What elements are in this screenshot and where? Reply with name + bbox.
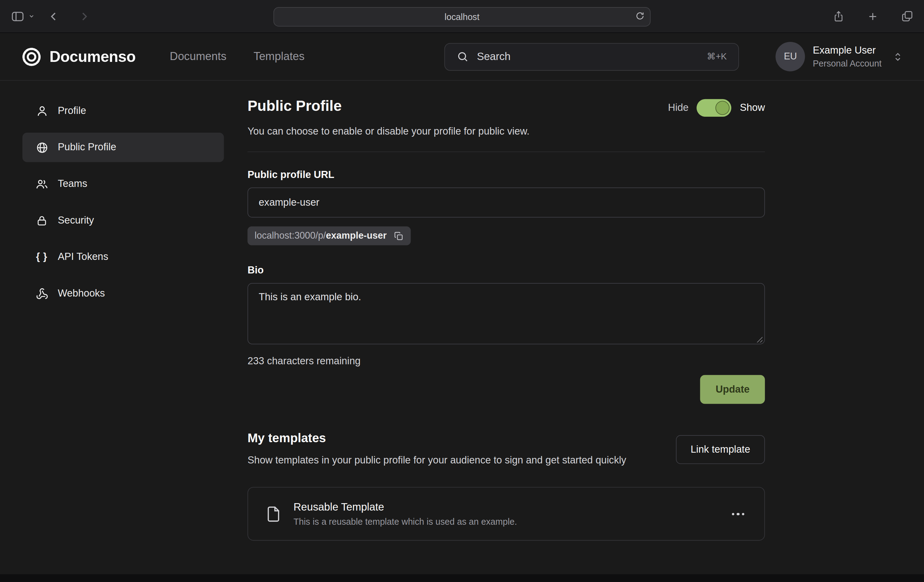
- sidebar-toggle-icon[interactable]: [10, 9, 25, 23]
- toggle-hide-label: Hide: [668, 102, 688, 114]
- brand-name: Documenso: [50, 48, 136, 66]
- user-account-type: Personal Account: [813, 58, 882, 69]
- app-header: Documenso Documents Templates Search ⌘+K…: [0, 33, 924, 81]
- back-icon[interactable]: [48, 10, 59, 22]
- template-description: This is a reusable template which is use…: [293, 517, 728, 527]
- main-nav: Documents Templates: [170, 50, 305, 63]
- avatar: EU: [776, 42, 805, 71]
- browser-toolbar: localhost: [0, 0, 924, 33]
- share-icon[interactable]: [833, 10, 844, 23]
- nav-templates[interactable]: Templates: [254, 50, 305, 63]
- sidebar-item-label: Security: [58, 215, 94, 227]
- person-icon: [35, 105, 48, 117]
- webhook-icon: [35, 287, 48, 299]
- sidebar-item-teams[interactable]: Teams: [23, 169, 224, 198]
- sidebar-item-security[interactable]: Security: [23, 206, 224, 235]
- tab-overview-icon[interactable]: [901, 10, 913, 23]
- sidebar-item-public-profile[interactable]: Public Profile: [23, 133, 224, 162]
- toggle-knob: [716, 101, 730, 115]
- toggle-show-label: Show: [740, 102, 765, 114]
- section-description: You can choose to enable or disable your…: [248, 126, 765, 137]
- sidebar-item-label: Profile: [58, 105, 86, 117]
- my-templates-header: My templates Show templates in your publ…: [248, 431, 765, 468]
- settings-sidebar: Profile Public Profile Teams Security: [23, 96, 224, 315]
- my-templates-title: My templates: [248, 431, 626, 445]
- my-templates-description: Show templates in your public profile fo…: [248, 453, 626, 468]
- update-button[interactable]: Update: [700, 375, 765, 404]
- address-bar[interactable]: localhost: [273, 7, 650, 26]
- sidebar-item-label: Webhooks: [58, 288, 105, 299]
- nav-documents[interactable]: Documents: [170, 50, 226, 63]
- bio-field-label: Bio: [248, 265, 765, 276]
- teams-icon: [35, 178, 48, 190]
- app-body: Profile Public Profile Teams Security: [0, 81, 924, 541]
- user-name: Example User: [813, 45, 882, 57]
- characters-remaining: 233 characters remaining: [248, 355, 765, 367]
- lock-icon: [35, 214, 48, 227]
- search-icon: [457, 51, 469, 63]
- sidebar-item-label: Public Profile: [58, 142, 116, 153]
- divider: [248, 152, 765, 152]
- documenso-logo-icon: [21, 46, 42, 67]
- address-bar-url: localhost: [444, 12, 479, 22]
- visibility-toggle-row: Hide Show: [668, 99, 765, 117]
- template-menu-icon[interactable]: [728, 509, 747, 519]
- link-template-button[interactable]: Link template: [676, 435, 765, 464]
- user-menu[interactable]: EU Example User Personal Account: [776, 42, 903, 71]
- window-bottom-edge: [0, 574, 924, 582]
- sidebar-item-label: Teams: [58, 178, 87, 190]
- public-profile-url-input[interactable]: [248, 187, 765, 218]
- reload-icon[interactable]: [635, 11, 645, 21]
- sidebar-item-webhooks[interactable]: Webhooks: [23, 279, 224, 309]
- brand[interactable]: Documenso: [21, 46, 136, 67]
- template-card: Reusable Template This is a reusable tem…: [248, 487, 765, 541]
- file-icon: [265, 503, 282, 525]
- search-shortcut: ⌘+K: [707, 51, 727, 62]
- page-title: Public Profile: [248, 97, 342, 114]
- sidebar-item-label: API Tokens: [58, 251, 108, 263]
- history-nav: [48, 10, 90, 22]
- toolbar-chevron-down-icon[interactable]: [28, 13, 35, 20]
- screen: localhost Documenso Documents: [0, 0, 924, 582]
- template-name: Reusable Template: [293, 501, 728, 514]
- sidebar-item-api-tokens[interactable]: { } API Tokens: [23, 242, 224, 272]
- globe-icon: [35, 141, 48, 154]
- new-tab-icon[interactable]: [867, 10, 878, 22]
- copy-icon[interactable]: [394, 231, 404, 241]
- url-field-label: Public profile URL: [248, 169, 765, 181]
- profile-url-text: localhost:3000/p/example-user: [254, 231, 386, 241]
- profile-url-preview: localhost:3000/p/example-user: [248, 227, 411, 245]
- chevrons-up-down-icon: [893, 52, 903, 62]
- forward-icon[interactable]: [79, 10, 90, 22]
- profile-visibility-toggle[interactable]: [697, 99, 732, 117]
- search-input[interactable]: Search ⌘+K: [444, 43, 739, 71]
- bio-textarea[interactable]: This is an example bio.: [248, 283, 765, 344]
- braces-icon: { }: [35, 251, 48, 263]
- sidebar-item-profile[interactable]: Profile: [23, 96, 224, 126]
- main-content: Public Profile Hide Show You can choose …: [248, 97, 765, 541]
- browser-actions: [833, 10, 913, 23]
- search-placeholder: Search: [477, 51, 698, 63]
